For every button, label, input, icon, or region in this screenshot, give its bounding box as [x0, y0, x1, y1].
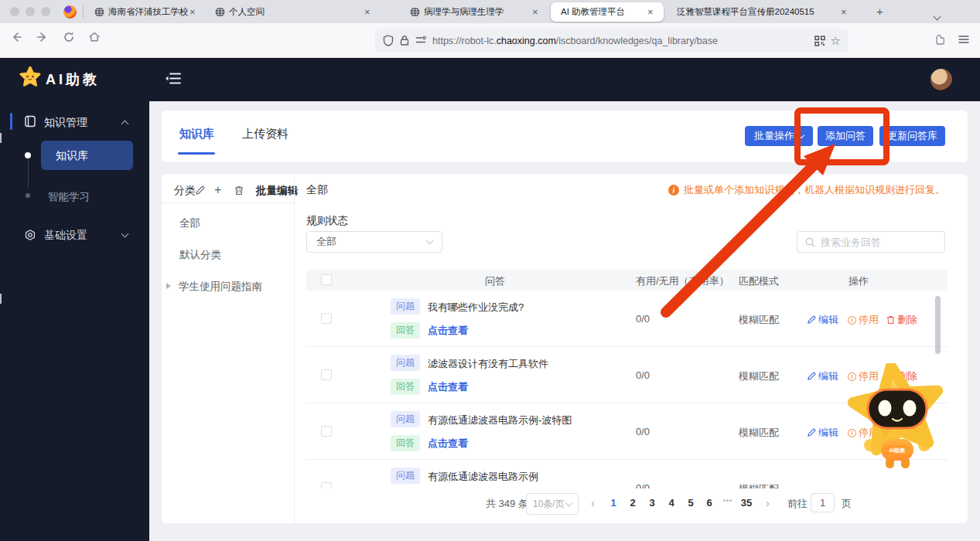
page-number-2[interactable]: 2 [623, 497, 642, 509]
useful-count: 0/0 [636, 369, 650, 381]
answer-badge: 回答 [391, 379, 420, 395]
page-size-select[interactable]: 10条/页 [526, 493, 579, 515]
select-all-checkbox[interactable] [321, 274, 332, 285]
rule-status-label: 规则状态 [306, 214, 348, 228]
table-header: 问答 有用/无用（有用率） 匹配模式 操作 [306, 270, 948, 291]
menu-tree-line [28, 159, 29, 187]
url-bar[interactable]: https://robot-lc.chaoxing.com/iscboard/k… [375, 29, 849, 53]
delete-category-icon[interactable] [234, 185, 244, 196]
tab-close-icon[interactable]: × [532, 7, 538, 17]
row-checkbox[interactable] [321, 369, 332, 380]
sidebar-item-smart-learning[interactable]: 智能学习 [48, 190, 90, 204]
tracking-shield-icon[interactable] [383, 35, 394, 46]
window-minimize-button[interactable] [26, 7, 35, 16]
app-logo-text: AI助教 [46, 70, 100, 89]
tab-close-icon[interactable]: × [190, 7, 196, 17]
new-tab-button[interactable]: + [876, 5, 883, 18]
hamburger-menu-icon[interactable] [958, 33, 970, 46]
bookmark-star-icon[interactable]: ☆ [831, 34, 841, 48]
next-page-arrow[interactable]: › [766, 496, 770, 509]
disable-action[interactable]: 停用 [848, 313, 879, 327]
batch-edit-button[interactable]: 批量编辑 [256, 184, 298, 198]
view-answer-link[interactable]: 点击查看 [428, 380, 468, 394]
useful-count: 0/0 [636, 482, 650, 488]
page-number-1[interactable]: 1 [604, 497, 623, 509]
active-tab-underline [178, 152, 215, 155]
prev-page-arrow[interactable]: ‹ [591, 496, 595, 509]
browser-tab-3[interactable]: 病理学与病理生理学 × [402, 2, 548, 22]
category-divider [162, 202, 294, 203]
table-scrollbar[interactable] [935, 296, 941, 354]
goto-page-input[interactable] [811, 493, 835, 512]
row-checkbox[interactable] [321, 313, 332, 324]
expand-triangle-icon[interactable] [166, 283, 171, 289]
page-number-5[interactable]: 5 [681, 497, 700, 509]
sidebar-item-knowledge-management[interactable]: 知识管理 [44, 116, 87, 130]
back-icon[interactable] [9, 30, 23, 44]
sidebar-collapse-icon[interactable] [165, 72, 182, 86]
search-icon [805, 237, 815, 247]
question-badge: 问题 [391, 355, 420, 371]
tab-list-dropdown-icon[interactable] [934, 9, 940, 22]
lock-icon[interactable] [399, 35, 410, 46]
column-header-qa: 问答 [485, 274, 505, 288]
more-pages-icon[interactable]: ••• [719, 497, 737, 505]
edit-action[interactable]: 编辑 [807, 369, 838, 383]
tab-close-icon[interactable]: × [647, 7, 654, 17]
view-answer-link[interactable]: 点击查看 [428, 437, 468, 451]
window-zoom-button[interactable] [41, 7, 50, 16]
rule-status-select[interactable]: 全部 [306, 231, 442, 253]
search-input[interactable] [821, 236, 929, 248]
sidebar-item-basic-settings[interactable]: 基础设置 [44, 229, 87, 243]
search-box[interactable] [797, 231, 945, 253]
goto-label: 前往 [787, 497, 808, 511]
row-checkbox[interactable] [321, 426, 332, 437]
browser-tab-active[interactable]: AI 助教管理平台 × [551, 2, 664, 22]
answer-badge: 回答 [391, 435, 420, 451]
page-number-4[interactable]: 4 [662, 497, 681, 509]
delete-action[interactable]: 删除 [886, 313, 917, 327]
active-section-indicator [10, 113, 12, 130]
category-item-student-guide[interactable]: 学生使用问题指南 [179, 280, 262, 294]
table-row: 问题 我有哪些作业没完成? 回答 点击查看 0/0 模糊匹配 编辑 停用 删除 [306, 291, 948, 347]
tab-close-icon[interactable]: × [364, 7, 370, 17]
edit-action[interactable]: 编辑 [807, 426, 838, 440]
browser-tab-1[interactable]: 海南省洋浦技工学校 × [87, 2, 207, 22]
tab-knowledge-base[interactable]: 知识库 [179, 127, 214, 141]
browser-tab-5[interactable]: 泛雅智慧课程平台宣传册20240515 × [667, 2, 866, 22]
home-icon[interactable] [87, 30, 101, 44]
mascot[interactable]: AI助教 [845, 363, 951, 473]
firefox-logo-icon [63, 5, 77, 19]
sidebar-item-knowledge-base[interactable]: 知识库 [56, 149, 88, 163]
section-title: 全部 [306, 183, 328, 197]
user-avatar[interactable] [930, 69, 952, 90]
column-header-useful: 有用/无用（有用率） [636, 274, 729, 288]
tab-title: 海南省洋浦技工学校 [108, 6, 190, 18]
browser-tab-2[interactable]: 个人空间 × [207, 2, 401, 22]
add-qa-button[interactable]: 添加问答 [818, 126, 873, 146]
view-answer-link[interactable]: 点击查看 [428, 324, 468, 338]
mascot-label: AI助教 [890, 447, 906, 454]
edit-action[interactable]: 编辑 [807, 313, 838, 327]
forward-icon[interactable] [36, 30, 50, 44]
tab-upload-material[interactable]: 上传资料 [242, 127, 289, 141]
add-category-icon[interactable]: + [214, 183, 221, 197]
update-qa-library-button[interactable]: 更新问答库 [879, 126, 945, 146]
edge-artifact-mark [0, 294, 2, 304]
category-item-default[interactable]: 默认分类 [179, 248, 221, 262]
row-checkbox[interactable] [321, 482, 332, 488]
category-item-all[interactable]: 全部 [179, 216, 200, 230]
window-close-button[interactable] [10, 7, 19, 16]
active-item-dot [25, 152, 31, 158]
reload-icon[interactable] [62, 30, 76, 44]
qr-code-icon[interactable] [814, 36, 825, 46]
edit-category-icon[interactable] [195, 185, 205, 196]
firefox-view-icon[interactable] [933, 33, 946, 46]
page-number-3[interactable]: 3 [643, 497, 661, 509]
page-number-35[interactable]: 35 [736, 497, 757, 509]
site-permissions-icon[interactable] [415, 36, 427, 46]
tab-close-icon[interactable]: × [841, 7, 847, 17]
batch-operation-button[interactable]: 批量操作 [745, 126, 813, 146]
page-number-6[interactable]: 6 [700, 497, 719, 509]
tab-title: AI 助教管理平台 [561, 6, 647, 18]
